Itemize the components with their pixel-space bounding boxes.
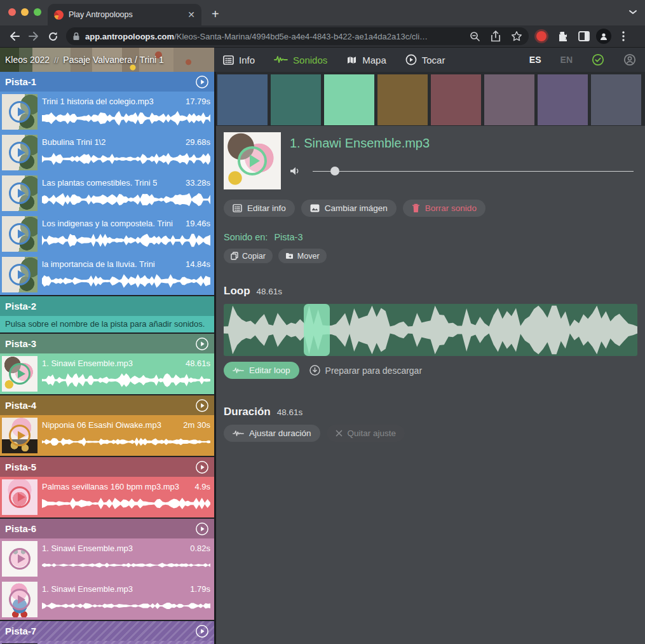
- track-play-icon[interactable]: [195, 399, 209, 413]
- track-header[interactable]: Pista-4: [0, 395, 214, 415]
- track-header[interactable]: Pista-7: [0, 621, 214, 641]
- clip-row[interactable]: Los indigenas y la compostela. Trini19.4…: [0, 214, 214, 254]
- minimize-window-button[interactable]: [21, 8, 29, 16]
- url-bar[interactable]: app.antropoloops.com/Kleos-Santa-Marina/…: [66, 27, 529, 45]
- account-icon[interactable]: [623, 53, 636, 66]
- track-swatch-5[interactable]: [431, 74, 481, 125]
- track-swatch-2[interactable]: [271, 74, 321, 125]
- clip-row[interactable]: Nipponia 06 Esashi Oiwake.mp32m 30s: [0, 415, 214, 456]
- sync-check-icon[interactable]: [592, 53, 604, 66]
- play-icon[interactable]: [238, 146, 267, 175]
- change-image-button[interactable]: Cambiar imágen: [301, 200, 397, 217]
- back-button[interactable]: [5, 27, 24, 45]
- extensions-puzzle-icon[interactable]: [553, 27, 572, 45]
- clip-row[interactable]: Musica completa2m 15s: [0, 641, 214, 644]
- track-swatch-3-selected[interactable]: [324, 74, 374, 125]
- forward-button[interactable]: [24, 27, 43, 45]
- tab-info[interactable]: Info: [223, 55, 255, 65]
- breadcrumb[interactable]: Kleos 2022 // Pasaje Valvanera / Trini 1: [0, 48, 214, 72]
- close-window-button[interactable]: [8, 8, 16, 16]
- track-swatch-1[interactable]: [217, 74, 268, 125]
- zoom-window-button[interactable]: [34, 8, 41, 16]
- track-play-icon[interactable]: [195, 75, 209, 89]
- clip-row[interactable]: Bubulina Trini 1\229.68s: [0, 132, 214, 173]
- track-swatch-6[interactable]: [484, 74, 534, 125]
- track-play-icon[interactable]: [195, 337, 209, 351]
- reload-button[interactable]: [43, 27, 62, 45]
- loop-playhead-region[interactable]: [304, 304, 329, 356]
- adjust-duration-button[interactable]: Ajustar duración: [224, 425, 320, 442]
- clip-thumbnail[interactable]: [2, 216, 37, 252]
- clip-thumbnail[interactable]: [2, 418, 37, 453]
- track-play-icon[interactable]: [195, 460, 209, 474]
- zoom-icon[interactable]: [470, 31, 480, 42]
- play-icon[interactable]: [9, 223, 31, 245]
- track-header[interactable]: Pista-1: [0, 72, 214, 92]
- volume-slider-thumb[interactable]: [330, 167, 339, 175]
- breadcrumb-location[interactable]: Pasaje Valvanera / Trini 1: [63, 55, 164, 65]
- move-button[interactable]: Mover: [278, 249, 327, 263]
- play-icon[interactable]: [9, 101, 31, 123]
- side-panel-icon[interactable]: [574, 27, 594, 45]
- chevron-down-icon[interactable]: [628, 9, 637, 15]
- clip-thumbnail[interactable]: [2, 257, 37, 292]
- clip-row-selected[interactable]: 1. Sinawi Ensemble.mp348.61s: [0, 353, 214, 394]
- new-tab-button[interactable]: +: [212, 7, 219, 25]
- clip-thumbnail[interactable]: [2, 479, 37, 515]
- track-header[interactable]: Pista-2: [0, 296, 214, 316]
- clip-row[interactable]: Trini 1 historia del colegio.mp317.79s: [0, 92, 214, 132]
- volume-slider[interactable]: [313, 167, 634, 175]
- breadcrumb-project[interactable]: Kleos 2022: [5, 55, 50, 65]
- profile-avatar[interactable]: [596, 29, 611, 44]
- volume-icon[interactable]: [290, 166, 301, 176]
- remove-adjustment-button[interactable]: Quitar ajuste: [327, 425, 405, 442]
- clip-thumbnail[interactable]: [2, 541, 37, 577]
- play-icon[interactable]: [9, 486, 31, 508]
- copy-button[interactable]: Copiar: [224, 249, 273, 263]
- browser-tab[interactable]: Play Antropoloops ✕: [48, 4, 201, 25]
- sound-in-track-link[interactable]: Pista-3: [274, 232, 302, 242]
- play-icon[interactable]: [9, 425, 31, 446]
- clip-row[interactable]: Palmas sevillanas 160 bpm mp3.mp34.9s: [0, 477, 214, 517]
- clip-row[interactable]: Las plantas comestibles. Trini 533.28s: [0, 173, 214, 214]
- track-header[interactable]: Pista-5: [0, 457, 214, 477]
- play-icon[interactable]: [9, 264, 31, 285]
- track-swatch-8[interactable]: [591, 74, 641, 125]
- loop-waveform-panel[interactable]: [224, 304, 637, 356]
- track-swatch-7[interactable]: [538, 74, 588, 125]
- track-play-icon[interactable]: [195, 624, 209, 638]
- clip-row[interactable]: 1. Sinawi Ensemble.mp30.82s: [0, 538, 214, 579]
- clip-thumbnail[interactable]: [2, 356, 37, 392]
- tab-sonidos[interactable]: Sonidos: [274, 55, 327, 65]
- edit-info-button[interactable]: Editar info: [224, 200, 295, 217]
- track-header[interactable]: Pista-6: [0, 519, 214, 538]
- share-icon[interactable]: [491, 31, 501, 42]
- tab-tocar[interactable]: Tocar: [405, 54, 445, 65]
- play-icon[interactable]: [9, 589, 31, 610]
- loop-waveform[interactable]: [224, 304, 637, 356]
- lang-en[interactable]: EN: [560, 55, 573, 65]
- delete-sound-button[interactable]: Borrar sonido: [403, 200, 485, 217]
- track-header[interactable]: Pista-3: [0, 334, 214, 353]
- clip-thumbnail[interactable]: [2, 582, 37, 617]
- prepare-download-button[interactable]: Preparar para descargar: [309, 365, 423, 376]
- play-icon[interactable]: [9, 548, 31, 570]
- play-icon[interactable]: [9, 142, 31, 163]
- lang-es[interactable]: ES: [529, 55, 541, 65]
- play-icon[interactable]: [9, 182, 31, 204]
- record-indicator-icon[interactable]: [536, 31, 547, 41]
- play-icon[interactable]: [9, 363, 31, 385]
- track-swatch-4[interactable]: [377, 74, 428, 125]
- macos-traffic-lights[interactable]: [8, 8, 41, 16]
- clip-thumbnail[interactable]: [2, 135, 37, 170]
- volume-slider-track[interactable]: [313, 171, 634, 172]
- clip-thumbnail[interactable]: [2, 94, 37, 130]
- clip-row[interactable]: la importancia de la lluvia. Trini14.84s: [0, 254, 214, 295]
- sound-thumbnail[interactable]: [224, 132, 281, 189]
- bookmark-star-icon[interactable]: [511, 31, 522, 42]
- edit-loop-button[interactable]: Editar loop: [224, 362, 299, 379]
- browser-menu-icon[interactable]: [614, 27, 633, 45]
- tab-close-icon[interactable]: ✕: [187, 10, 195, 19]
- tab-mapa[interactable]: Mapa: [346, 55, 386, 65]
- clip-thumbnail[interactable]: [2, 175, 37, 211]
